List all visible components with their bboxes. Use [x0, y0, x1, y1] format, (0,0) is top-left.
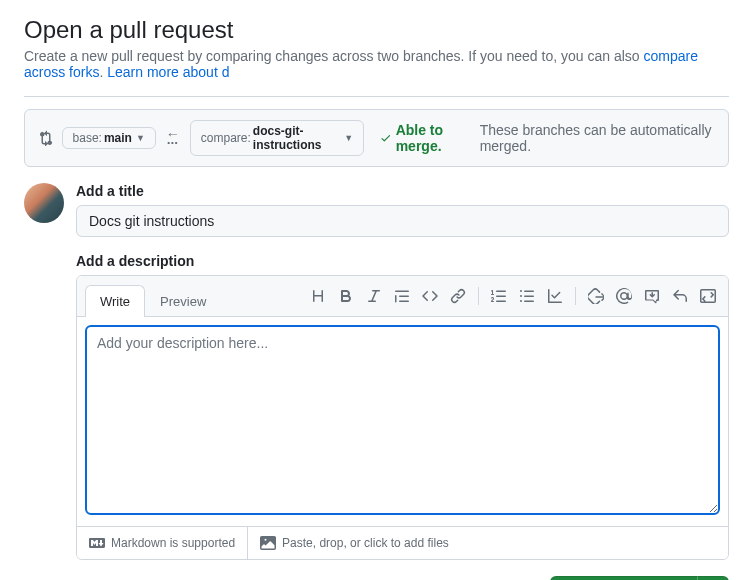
chevron-down-icon: ▼: [344, 133, 353, 143]
code-icon[interactable]: [418, 284, 442, 308]
heading-icon[interactable]: [306, 284, 330, 308]
tab-write[interactable]: Write: [85, 285, 145, 317]
base-branch: main: [104, 131, 132, 145]
attach-hint[interactable]: Paste, drop, or click to add files: [248, 527, 461, 559]
subtitle-text: Create a new pull request by comparing c…: [24, 48, 643, 64]
cross-ref-icon[interactable]: [640, 284, 664, 308]
create-pr-button[interactable]: Create pull request: [550, 576, 697, 580]
list-ordered-icon[interactable]: [487, 284, 511, 308]
page-title: Open a pull request: [24, 16, 729, 44]
tab-bar: Write Preview: [77, 276, 728, 317]
toolbar-sep: [478, 287, 479, 305]
markdown-icon: [89, 535, 105, 551]
toolbar-sep: [575, 287, 576, 305]
compare-label: compare:: [201, 131, 251, 145]
attach-icon[interactable]: [584, 284, 608, 308]
tab-preview[interactable]: Preview: [145, 285, 221, 317]
base-branch-selector[interactable]: base: main ▼: [62, 127, 156, 149]
page-subtitle: Create a new pull request by comparing c…: [24, 48, 729, 80]
markdown-hint[interactable]: Markdown is supported: [77, 527, 248, 559]
quote-icon[interactable]: [390, 284, 414, 308]
image-icon: [260, 535, 276, 551]
divider: [24, 96, 729, 97]
merge-ok-text: Able to merge.: [396, 122, 476, 154]
list-unordered-icon[interactable]: [515, 284, 539, 308]
chevron-down-icon: ▼: [136, 133, 145, 143]
arrow-left-icon: ←•••: [164, 130, 182, 145]
reply-icon[interactable]: [668, 284, 692, 308]
create-pr-dropdown[interactable]: ▼: [697, 576, 729, 580]
comment-footer: Markdown is supported Paste, drop, or cl…: [77, 526, 728, 559]
tasklist-icon[interactable]: [543, 284, 567, 308]
markdown-text: Markdown is supported: [111, 536, 235, 550]
git-compare-icon: [37, 128, 54, 148]
link-icon[interactable]: [446, 284, 470, 308]
title-input[interactable]: [76, 205, 729, 237]
toolbar: [306, 284, 720, 316]
merge-msg-text: These branches can be automatically merg…: [480, 122, 716, 154]
mention-icon[interactable]: [612, 284, 636, 308]
avatar: [24, 183, 64, 223]
base-label: base:: [73, 131, 102, 145]
merge-status: Able to merge. These branches can be aut…: [380, 122, 716, 154]
fullscreen-icon[interactable]: [696, 284, 720, 308]
title-label: Add a title: [76, 183, 729, 199]
paste-text: Paste, drop, or click to add files: [282, 536, 449, 550]
description-textarea[interactable]: [85, 325, 720, 515]
learn-more-link[interactable]: Learn more about d: [107, 64, 229, 80]
compare-branch: docs-git-instructions: [253, 124, 340, 152]
italic-icon[interactable]: [362, 284, 386, 308]
compare-branch-selector[interactable]: compare: docs-git-instructions ▼: [190, 120, 364, 156]
submit-row: Create pull request ▼: [76, 576, 729, 580]
description-label: Add a description: [76, 253, 729, 269]
bold-icon[interactable]: [334, 284, 358, 308]
comment-box: Write Preview: [76, 275, 729, 560]
compare-bar: base: main ▼ ←••• compare: docs-git-inst…: [24, 109, 729, 167]
